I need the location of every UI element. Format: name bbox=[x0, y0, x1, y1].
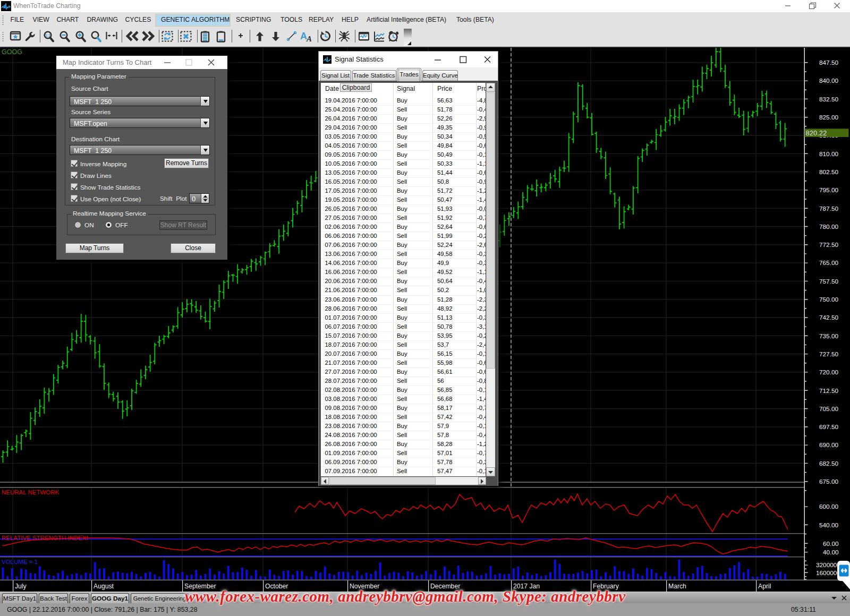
svg-text:735.00: 735.00 bbox=[819, 332, 839, 340]
svg-text:690.00: 690.00 bbox=[819, 441, 839, 449]
svg-text:RELATIVE STRENGTH INDEXI: RELATIVE STRENGTH INDEXI bbox=[2, 535, 88, 541]
svg-text:772.50: 772.50 bbox=[819, 241, 839, 249]
svg-text:840.00: 840.00 bbox=[819, 77, 839, 84]
svg-text:787.50: 787.50 bbox=[819, 205, 839, 212]
svg-text:August: August bbox=[94, 583, 114, 590]
svg-text:720.00: 720.00 bbox=[819, 369, 839, 376]
svg-text:780.00: 780.00 bbox=[819, 223, 839, 230]
svg-text:757.50: 757.50 bbox=[819, 278, 839, 285]
svg-text:750.00: 750.00 bbox=[819, 296, 839, 303]
svg-text:765.00: 765.00 bbox=[819, 259, 839, 267]
svg-text:40.00: 40.00 bbox=[823, 549, 839, 556]
svg-text:600.00: 600.00 bbox=[819, 503, 839, 510]
svg-text:April: April bbox=[758, 583, 771, 590]
svg-text:3200000: 3200000 bbox=[816, 561, 840, 569]
svg-text:712.50: 712.50 bbox=[819, 387, 839, 395]
svg-text:1:1: 1:1 bbox=[45, 33, 51, 38]
svg-text:810.00: 810.00 bbox=[819, 150, 839, 158]
svg-text:847.50: 847.50 bbox=[819, 59, 839, 66]
svg-text:825.00: 825.00 bbox=[819, 114, 839, 121]
svg-text:NEURAL NETWORK: NEURAL NETWORK bbox=[2, 489, 60, 495]
svg-text:820.22: 820.22 bbox=[806, 129, 827, 137]
svg-text:60.00: 60.00 bbox=[823, 540, 839, 547]
svg-text:682.50: 682.50 bbox=[819, 460, 839, 467]
svg-text:540.00: 540.00 bbox=[819, 521, 839, 529]
svg-text:705.00: 705.00 bbox=[819, 405, 839, 413]
svg-text:March: March bbox=[668, 583, 686, 590]
svg-text:675.00: 675.00 bbox=[819, 478, 839, 485]
svg-text:832.50: 832.50 bbox=[819, 96, 839, 103]
svg-text:GOOG: GOOG bbox=[2, 48, 22, 56]
svg-text:July: July bbox=[15, 583, 27, 590]
svg-text:795.00: 795.00 bbox=[819, 186, 839, 194]
svg-text:VOLUME = 1: VOLUME = 1 bbox=[2, 559, 38, 565]
svg-text:1600000: 1600000 bbox=[816, 569, 840, 577]
svg-text:A: A bbox=[306, 35, 312, 43]
svg-text:802.50: 802.50 bbox=[819, 168, 839, 176]
svg-text:727.50: 727.50 bbox=[819, 350, 839, 358]
svg-text:697.50: 697.50 bbox=[819, 423, 839, 431]
svg-text:742.50: 742.50 bbox=[819, 314, 839, 321]
